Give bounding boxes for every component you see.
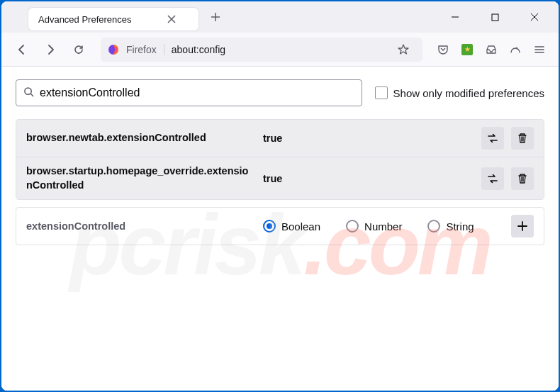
svg-rect-0	[492, 14, 498, 21]
new-tab-button[interactable]	[204, 6, 227, 28]
radio-string[interactable]: String	[427, 220, 474, 233]
url-bar[interactable]: Firefox about:config	[101, 38, 422, 62]
hamburger-menu-icon[interactable]	[529, 39, 550, 60]
radio-boolean[interactable]: Boolean	[263, 220, 320, 233]
checkbox-icon	[375, 86, 388, 99]
forward-button[interactable]	[38, 38, 62, 62]
content-area: pcrisk.com Show only modified preference…	[1, 67, 559, 391]
close-window-button[interactable]	[519, 6, 550, 28]
tabs-area: Advanced Preferences	[1, 1, 227, 33]
radio-icon	[427, 220, 440, 233]
toggle-button[interactable]	[481, 127, 504, 150]
new-pref-name: extensionControlled	[26, 220, 253, 232]
preferences-list: browser.newtab.extensionControlled true …	[16, 119, 544, 200]
navigation-toolbar: Firefox about:config ★	[1, 33, 559, 67]
url-text: about:config	[172, 44, 225, 55]
minimize-button[interactable]	[439, 6, 471, 28]
pref-name: browser.newtab.extensionControlled	[26, 131, 253, 145]
titlebar: Advanced Preferences	[1, 1, 559, 33]
tab-active[interactable]: Advanced Preferences	[28, 8, 198, 30]
delete-button[interactable]	[511, 127, 534, 150]
pref-value: true	[263, 133, 471, 144]
pref-row[interactable]: browser.startup.homepage_override.extens…	[16, 157, 544, 199]
bookmark-star-icon[interactable]	[391, 38, 415, 62]
pref-value: true	[263, 173, 471, 184]
pref-actions	[481, 127, 534, 150]
toggle-button[interactable]	[481, 167, 504, 190]
browser-window: Advanced Preferences Firefox about:confi…	[1, 1, 559, 391]
pref-name: browser.startup.homepage_override.extens…	[26, 164, 253, 192]
search-input[interactable]	[40, 86, 354, 99]
account-icon[interactable]	[505, 39, 526, 60]
tab-title: Advanced Preferences	[38, 14, 132, 25]
pref-actions	[481, 167, 534, 190]
maximize-button[interactable]	[479, 6, 510, 28]
search-row: Show only modified preferences	[16, 79, 544, 106]
search-icon	[23, 86, 34, 100]
type-options: Boolean Number String	[263, 220, 501, 233]
extension-icon[interactable]: ★	[457, 39, 478, 60]
firefox-icon	[108, 44, 119, 55]
checkbox-label: Show only modified preferences	[393, 87, 544, 99]
close-tab-icon[interactable]	[167, 13, 179, 25]
toolbar-actions: ★	[432, 39, 550, 60]
radio-icon	[346, 220, 359, 233]
show-modified-checkbox[interactable]: Show only modified preferences	[375, 86, 544, 99]
new-pref-row: extensionControlled Boolean Number Strin…	[16, 207, 544, 245]
add-button[interactable]	[511, 215, 534, 237]
back-button[interactable]	[10, 38, 34, 62]
pref-row[interactable]: browser.newtab.extensionControlled true	[16, 120, 544, 157]
radio-label: Number	[364, 220, 402, 233]
radio-icon	[263, 220, 276, 233]
inbox-icon[interactable]	[481, 39, 502, 60]
radio-number[interactable]: Number	[346, 220, 402, 233]
radio-label: String	[446, 220, 474, 233]
pocket-icon[interactable]	[432, 39, 454, 60]
reload-button[interactable]	[67, 38, 91, 62]
window-controls	[439, 6, 550, 28]
radio-label: Boolean	[281, 220, 320, 233]
search-field-wrap	[16, 79, 362, 106]
delete-button[interactable]	[511, 167, 534, 190]
identity-label: Firefox	[126, 44, 164, 55]
